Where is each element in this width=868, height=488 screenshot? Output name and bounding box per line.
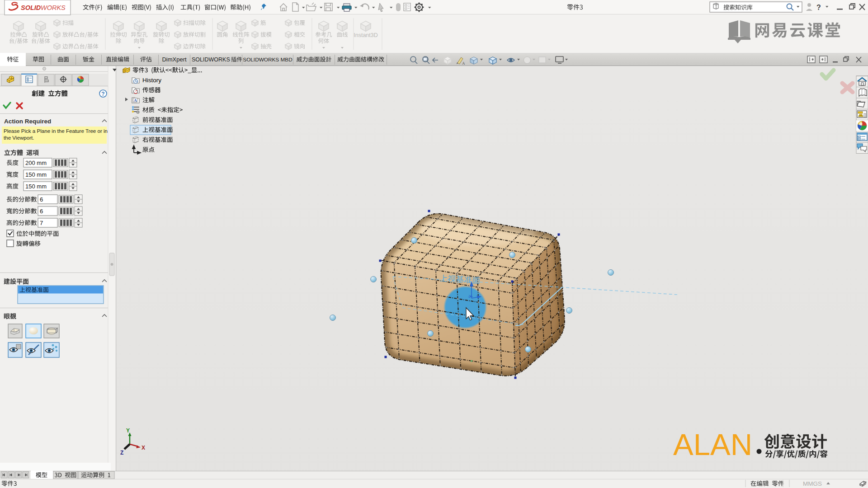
svg-text:?: ? — [101, 91, 104, 97]
svg-text:6: 6 — [40, 196, 43, 203]
svg-text:History: History — [142, 77, 161, 84]
svg-text:7: 7 — [40, 220, 43, 226]
svg-text:WORKS: WORKS — [41, 4, 66, 11]
svg-text:6: 6 — [40, 208, 43, 215]
svg-text:X: X — [142, 445, 145, 451]
svg-text:the Viewport.: the Viewport. — [4, 135, 34, 141]
svg-text:SOLIDWORKS MBD: SOLIDWORKS MBD — [243, 56, 292, 63]
svg-text:Please Pick a Plane in the Fea: Please Pick a Plane in the Feature Tree … — [4, 128, 108, 134]
svg-text:200 mm: 200 mm — [25, 160, 47, 166]
svg-text:Instant3D: Instant3D — [354, 32, 378, 38]
svg-text:SOLID: SOLID — [21, 4, 41, 11]
svg-text:ALAN: ALAN — [673, 427, 752, 461]
svg-text:150 mm: 150 mm — [25, 171, 47, 178]
svg-text:Action Required: Action Required — [4, 118, 51, 125]
svg-text:SOLIDWORKS: SOLIDWORKS — [192, 56, 230, 63]
svg-text:MMGS: MMGS — [803, 480, 822, 487]
svg-text:DimXpert: DimXpert — [162, 56, 187, 63]
svg-text:Z: Z — [120, 450, 123, 456]
svg-text:A: A — [462, 61, 465, 66]
svg-text:?: ? — [816, 4, 821, 11]
svg-text:150 mm: 150 mm — [25, 183, 47, 190]
svg-text:A: A — [134, 98, 137, 103]
svg-text:Y: Y — [126, 427, 130, 434]
